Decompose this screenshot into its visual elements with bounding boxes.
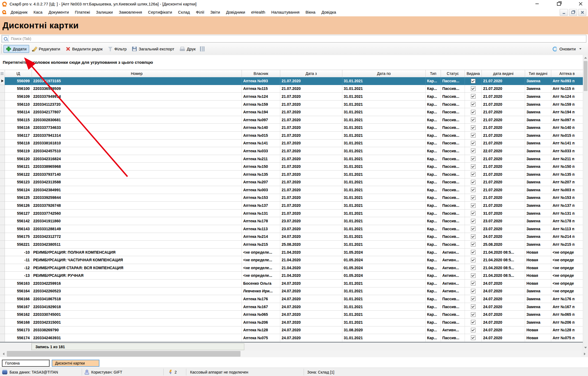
- table-row[interactable]: 556110 2203341123720 Аптека №159 21.07.2…: [0, 101, 583, 108]
- scroll-up-icon[interactable]: [583, 55, 588, 60]
- issued-checkbox[interactable]: [471, 320, 476, 325]
- search-icon-box[interactable]: [2, 35, 9, 42]
- refresh-button[interactable]: Оновити: [550, 45, 584, 53]
- chevron-down-icon[interactable]: [579, 48, 581, 50]
- issued-checkbox[interactable]: [471, 164, 476, 169]
- menu-item[interactable]: Документи: [45, 9, 72, 16]
- table-row[interactable]: 556100 2203336599509 Аптека №115 21.07.2…: [0, 85, 583, 93]
- table-row[interactable]: -10 РЕИМБУРСАЦИЯ: ПОЛНАЯ КОМПЕНСАЦИЯ <не…: [0, 248, 583, 256]
- column-header-issued[interactable]: Видана: [465, 70, 482, 77]
- column-chooser-icon[interactable]: [200, 46, 205, 51]
- column-header-status[interactable]: Статус: [441, 70, 465, 77]
- column-header-owner[interactable]: Власник: [242, 70, 280, 77]
- issued-checkbox[interactable]: [471, 312, 476, 317]
- table-row[interactable]: 556123 2203342313588 Аптека №207 21.07.2…: [0, 178, 583, 186]
- issued-checkbox[interactable]: [471, 265, 476, 270]
- menu-item[interactable]: Вікна: [303, 9, 319, 16]
- issued-checkbox[interactable]: [471, 281, 476, 286]
- issued-checkbox[interactable]: [471, 211, 476, 216]
- menu-item[interactable]: Замовлення: [116, 9, 145, 16]
- table-row[interactable]: 556099 2203341973165 Аптека №093 21.07.2…: [0, 77, 583, 85]
- table-row[interactable]: 556168 2203342315001 Аптека №206 24.07.2…: [0, 319, 583, 326]
- issued-checkbox[interactable]: [471, 86, 476, 91]
- table-row[interactable]: 556162 2203330745001 Аптека №065 24.07.2…: [0, 311, 583, 319]
- horizontal-scroll-thumb[interactable]: [7, 351, 240, 357]
- issued-checkbox[interactable]: [471, 328, 476, 332]
- issued-checkbox[interactable]: [471, 79, 476, 83]
- table-row[interactable]: 556142 2203341911860 Аптека №178 23.07.2…: [0, 217, 583, 225]
- issued-checkbox[interactable]: [471, 125, 476, 130]
- issued-checkbox[interactable]: [471, 296, 476, 301]
- table-row[interactable]: -11 РЕИМБУРСАЦИЯ: ЧАСТИЧНАЯ КОМПЕНСАЦИЯ …: [0, 256, 583, 264]
- table-row[interactable]: 556124 2203342384991 Аптека №003 21.07.2…: [0, 186, 583, 194]
- issued-checkbox[interactable]: [471, 110, 476, 114]
- table-row[interactable]: 556119 2203342457510 Аптека №033 21.07.2…: [0, 147, 583, 155]
- issued-checkbox[interactable]: [471, 234, 476, 239]
- menu-item[interactable]: Залишки: [93, 9, 116, 16]
- issued-checkbox[interactable]: [471, 141, 476, 145]
- mdi-minimize-icon[interactable]: [560, 9, 568, 16]
- column-header-date-to[interactable]: Дата по: [342, 70, 426, 77]
- issued-checkbox[interactable]: [471, 102, 476, 107]
- table-row[interactable]: 556173 203338269790 Аптека №128 24.07.20…: [0, 326, 583, 334]
- add-button[interactable]: Додати: [4, 45, 29, 53]
- issued-checkbox[interactable]: [471, 172, 476, 177]
- filter-button[interactable]: Фільтр: [105, 45, 129, 53]
- table-row[interactable]: 556121 2203338965968 Аптека №150 21.07.2…: [0, 163, 583, 171]
- close-icon[interactable]: [576, 1, 585, 7]
- restore-icon[interactable]: [554, 1, 563, 7]
- menu-item[interactable]: Склад: [175, 9, 193, 16]
- table-row[interactable]: 556174 2203342463931 Аптека №075 24.07.2…: [0, 334, 583, 342]
- table-row[interactable]: 556143 2203331288149 Аптека №113 23.07.2…: [0, 225, 583, 233]
- issued-checkbox[interactable]: [471, 250, 476, 254]
- table-row[interactable]: 556164 2203342260523 Левченко Ири... 24.…: [0, 287, 583, 295]
- menu-item[interactable]: Довідники: [223, 9, 248, 16]
- table-row[interactable]: 556175 2203342312772 Аптека №214 24.07.2…: [0, 233, 583, 241]
- document-tab[interactable]: Дисконтні картки: [52, 360, 99, 367]
- column-header-type[interactable]: Тип: [426, 70, 441, 77]
- issued-checkbox[interactable]: [471, 180, 476, 184]
- table-row[interactable]: 556109 2203337949914 Аптека №124 21.07.2…: [0, 93, 583, 101]
- column-header-number[interactable]: Номер: [32, 70, 242, 77]
- table-row[interactable]: 556166 2203341867518 Аптека №176 24.07.2…: [0, 295, 583, 303]
- scroll-right-icon[interactable]: [581, 350, 588, 357]
- issued-checkbox[interactable]: [471, 203, 476, 208]
- issued-checkbox[interactable]: [471, 94, 476, 99]
- menu-item[interactable]: Налаштування: [268, 9, 303, 16]
- mdi-close-icon[interactable]: [578, 9, 586, 16]
- table-row[interactable]: 556116 2203337734633 Аптека №140 21.07.2…: [0, 124, 583, 132]
- mdi-restore-icon[interactable]: [569, 9, 577, 16]
- edit-button[interactable]: Редагувати: [29, 45, 63, 53]
- table-row[interactable]: 556114 2203342177807 Аптека №194 21.07.2…: [0, 108, 583, 116]
- table-row[interactable]: 556120 2203342316824 Аптека №211 21.07.2…: [0, 155, 583, 163]
- issued-checkbox[interactable]: [471, 258, 476, 262]
- vertical-scrollbar[interactable]: [583, 55, 588, 350]
- issued-checkbox[interactable]: [471, 156, 476, 161]
- issued-checkbox[interactable]: [471, 195, 476, 200]
- group-by-hint[interactable]: Перетягніть заголовок колонки сюди для у…: [0, 55, 583, 70]
- menu-item[interactable]: Довідник: [8, 9, 31, 16]
- issued-checkbox[interactable]: [471, 289, 476, 293]
- issued-checkbox[interactable]: [471, 117, 476, 122]
- menu-item[interactable]: Звіти: [207, 9, 223, 16]
- table-row[interactable]: 556221 2203342380511 Аптека №215 25.08.2…: [0, 241, 583, 248]
- table-row[interactable]: 556118 2203338161810 Аптека №141 21.07.2…: [0, 140, 583, 147]
- menu-item[interactable]: Довідка: [318, 9, 339, 16]
- table-row[interactable]: 556125 2203339259844 Аптека №153 21.07.2…: [0, 194, 583, 202]
- column-header-id[interactable]: ІД: [5, 70, 32, 77]
- search-input[interactable]: [10, 36, 586, 41]
- table-row[interactable]: 556167 2203341929018 Аптека №167 24.07.2…: [0, 303, 583, 311]
- issued-checkbox[interactable]: [471, 148, 476, 153]
- table-row[interactable]: -12 РЕИМБУРСАЦИЯ СТАРАЯ: ВСЯ КОМПЕНСАЦИЯ…: [0, 264, 583, 272]
- export-button[interactable]: Загальний експорт: [129, 45, 177, 53]
- issued-checkbox[interactable]: [471, 226, 476, 231]
- column-header-issue-type[interactable]: Тип видачі: [525, 70, 551, 77]
- delete-row-button[interactable]: Видалити рядок: [63, 45, 105, 53]
- column-header-date-from[interactable]: Дата з: [280, 70, 342, 77]
- issued-checkbox[interactable]: [471, 304, 476, 309]
- issued-checkbox[interactable]: [471, 242, 476, 247]
- menu-item[interactable]: Каса: [31, 9, 45, 16]
- table-row[interactable]: 556127 2203337742560 Аптека №131 21.07.2…: [0, 210, 583, 217]
- table-row[interactable]: -13 РЕИМБУРСАЦИЯ: РУЧНАЯ <не определе...…: [0, 272, 583, 280]
- table-row[interactable]: 556122 2203337937140 Аптека №135 21.07.2…: [0, 171, 583, 178]
